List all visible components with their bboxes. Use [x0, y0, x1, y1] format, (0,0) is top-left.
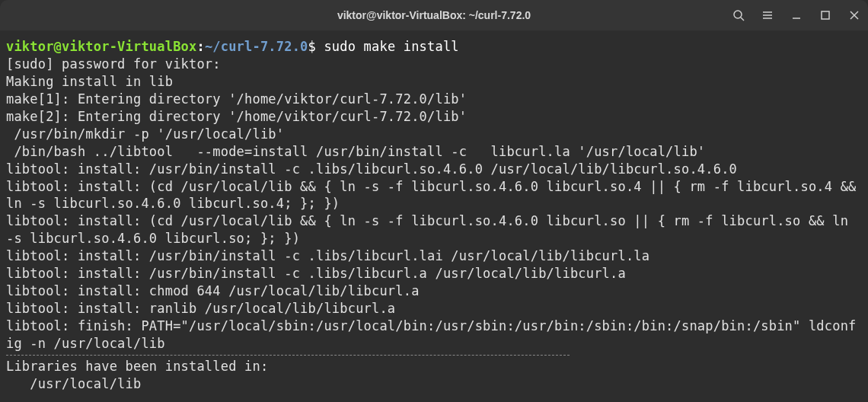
output-line: /bin/bash ../libtool --mode=install /usr… — [6, 144, 705, 159]
svg-rect-6 — [822, 11, 829, 19]
footer-line: /usr/local/lib — [6, 376, 141, 391]
footer-line: Libraries have been installed in: — [6, 359, 268, 374]
minimize-icon[interactable] — [789, 8, 804, 23]
prompt-path: ~/curl-7.72.0 — [205, 39, 308, 54]
output-line: libtool: install: (cd /usr/local/lib && … — [6, 213, 857, 246]
prompt-separator: : — [196, 39, 204, 54]
window-titlebar: viktor@viktor-VirtualBox: ~/curl-7.72.0 — [0, 0, 868, 30]
menu-icon[interactable] — [760, 8, 775, 23]
terminal-area[interactable]: viktor@viktor-VirtualBox:~/curl-7.72.0$ … — [0, 30, 868, 399]
output-line: libtool: install: (cd /usr/local/lib && … — [6, 179, 864, 212]
separator-line — [6, 355, 570, 356]
output-line: [sudo] password for viktor: — [6, 56, 221, 72]
output-line: make[2]: Entering directory '/home/vikto… — [6, 109, 467, 124]
close-icon[interactable] — [847, 8, 862, 23]
output-line: libtool: install: /usr/bin/install -c .l… — [6, 266, 626, 281]
output-line: libtool: install: /usr/bin/install -c .l… — [6, 161, 737, 177]
window-controls — [731, 0, 862, 30]
output-line: libtool: install: chmod 644 /usr/local/l… — [6, 283, 420, 298]
window-title: viktor@viktor-VirtualBox: ~/curl-7.72.0 — [337, 9, 531, 21]
svg-point-0 — [734, 11, 742, 18]
maximize-icon[interactable] — [818, 8, 833, 23]
prompt-dollar: $ — [308, 39, 324, 54]
output-line: libtool: install: /usr/bin/install -c .l… — [6, 248, 649, 263]
output-line: /usr/bin/mkdir -p '/usr/local/lib' — [6, 126, 284, 142]
output-line: make[1]: Entering directory '/home/vikto… — [6, 91, 467, 107]
svg-line-1 — [741, 18, 744, 21]
search-icon[interactable] — [731, 8, 746, 23]
command-text: sudo make install — [324, 39, 458, 54]
output-line: libtool: finish: PATH="/usr/local/sbin:/… — [6, 318, 857, 351]
output-line: libtool: install: ranlib /usr/local/lib/… — [6, 301, 395, 316]
prompt-user-host: viktor@viktor-VirtualBox — [6, 39, 196, 54]
output-line: Making install in lib — [6, 74, 173, 89]
